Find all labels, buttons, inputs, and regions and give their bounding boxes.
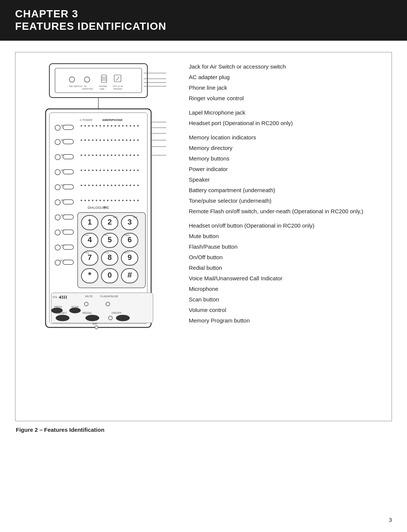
svg-point-143 (122, 200, 124, 201)
svg-point-125 (115, 185, 116, 186)
svg-text:FLASH/PAUSE: FLASH/PAUSE (100, 295, 118, 298)
svg-point-116 (81, 185, 82, 186)
svg-point-74 (103, 139, 105, 141)
svg-point-131 (137, 185, 139, 186)
device-area: AIR SWITCH AC ADAPTER PHONE LINE OFF LO … (19, 60, 177, 413)
svg-rect-22 (63, 125, 73, 130)
svg-text:PRS: PRS (84, 252, 89, 254)
svg-point-67 (137, 125, 139, 127)
label-voicemail: Voice Mail/Unanswered Call Indicator (189, 275, 388, 283)
main-content: AIR SWITCH AC ADAPTER PHONE LINE OFF LO … (0, 41, 407, 440)
svg-point-72 (96, 139, 97, 141)
svg-point-78 (118, 139, 120, 141)
svg-text:ABC: ABC (113, 216, 118, 219)
svg-point-69 (84, 139, 86, 141)
svg-point-68 (81, 139, 82, 141)
svg-point-80 (126, 139, 127, 141)
svg-text:6: 6 (127, 235, 132, 244)
svg-text:REDIAL: REDIAL (83, 312, 92, 314)
svg-text:⊙ POWER: ⊙ POWER (80, 119, 92, 121)
svg-text:RC: RC (104, 206, 109, 209)
svg-point-130 (133, 185, 135, 186)
svg-text:RINGER: RINGER (113, 88, 122, 90)
svg-point-79 (122, 139, 124, 141)
svg-text:5: 5 (107, 235, 112, 244)
svg-point-29 (55, 170, 60, 175)
svg-point-137 (99, 200, 101, 201)
svg-point-56 (96, 125, 97, 127)
svg-point-61 (115, 125, 116, 127)
svg-point-97 (130, 154, 131, 156)
svg-point-32 (55, 185, 60, 190)
svg-text:4: 4 (87, 235, 92, 244)
svg-text:7: 7 (87, 253, 92, 261)
svg-point-142 (118, 200, 120, 201)
svg-point-122 (103, 185, 105, 186)
svg-point-95 (122, 154, 124, 156)
chapter-title: FEATURES IDENTIFICATION (15, 20, 392, 33)
svg-point-4 (84, 77, 90, 82)
svg-point-101 (84, 170, 86, 171)
svg-point-190 (106, 302, 110, 306)
svg-point-54 (88, 125, 90, 127)
label-tone-pulse: Tone/pulse selector (underneath) (189, 197, 388, 205)
svg-point-62 (118, 125, 120, 127)
svg-point-201 (95, 326, 98, 329)
svg-point-58 (103, 125, 105, 127)
svg-point-63 (122, 125, 124, 127)
label-lapel-mic: Lapel Microphone jack (189, 109, 388, 117)
svg-point-26 (55, 154, 60, 160)
svg-point-108 (111, 170, 112, 171)
label-microphone: Microphone (189, 285, 388, 294)
svg-text:AIR SWITCH: AIR SWITCH (69, 85, 82, 87)
svg-point-138 (103, 200, 105, 201)
svg-text:*: * (88, 270, 92, 280)
svg-text:GHI: GHI (84, 234, 89, 236)
svg-text:MNO: MNO (124, 234, 130, 236)
svg-point-140 (111, 200, 112, 201)
svg-point-88 (96, 154, 97, 156)
svg-point-23 (55, 139, 60, 145)
svg-point-139 (107, 200, 109, 201)
svg-point-70 (88, 139, 90, 141)
chapter-header: CHAPTER 3 FEATURES IDENTIFICATION (0, 0, 407, 41)
label-flash-pause: Flash/Pause button (189, 243, 388, 251)
svg-point-199 (116, 315, 130, 321)
svg-point-134 (88, 200, 90, 201)
label-mute: Mute button (189, 232, 388, 241)
svg-point-59 (107, 125, 109, 127)
label-remote-flash: Remote Flash on/off switch, under-neath … (189, 208, 388, 216)
svg-rect-25 (63, 139, 73, 144)
svg-point-20 (55, 125, 60, 130)
svg-point-2 (69, 77, 75, 82)
svg-point-145 (130, 200, 131, 201)
svg-point-105 (99, 170, 101, 171)
label-ringer-volume: Ringer volume control (189, 95, 388, 103)
svg-rect-28 (63, 154, 73, 159)
svg-point-109 (115, 170, 116, 171)
svg-point-87 (92, 154, 93, 156)
svg-text:WXY: WXY (124, 252, 130, 254)
label-speaker: Speaker (189, 176, 388, 184)
label-memory-program: Memory Program button (189, 317, 388, 325)
label-power-indicator: Power indicator (189, 165, 388, 174)
figure-box: AIR SWITCH AC ADAPTER PHONE LINE OFF LO … (15, 52, 392, 421)
svg-text:DEF: DEF (133, 216, 138, 219)
svg-point-85 (84, 154, 86, 156)
label-headset-port: Headset port (Operational in RC200 only) (189, 119, 388, 128)
svg-point-66 (133, 125, 135, 127)
svg-point-96 (126, 154, 127, 156)
svg-rect-37 (63, 200, 73, 204)
svg-point-112 (126, 170, 127, 171)
svg-point-47 (55, 260, 60, 265)
svg-text:LINE: LINE (99, 88, 104, 90)
svg-point-55 (92, 125, 93, 127)
label-phone-line-jack: Phone line jack (189, 84, 388, 92)
svg-point-136 (96, 200, 97, 201)
svg-point-81 (130, 139, 131, 141)
label-jack-air-switch: Jack for Air Switch or accessory switch (189, 63, 388, 71)
svg-text:AC: AC (84, 85, 87, 87)
chapter-label: CHAPTER 3 (15, 8, 392, 20)
svg-point-44 (55, 245, 60, 250)
svg-rect-1 (55, 68, 142, 93)
